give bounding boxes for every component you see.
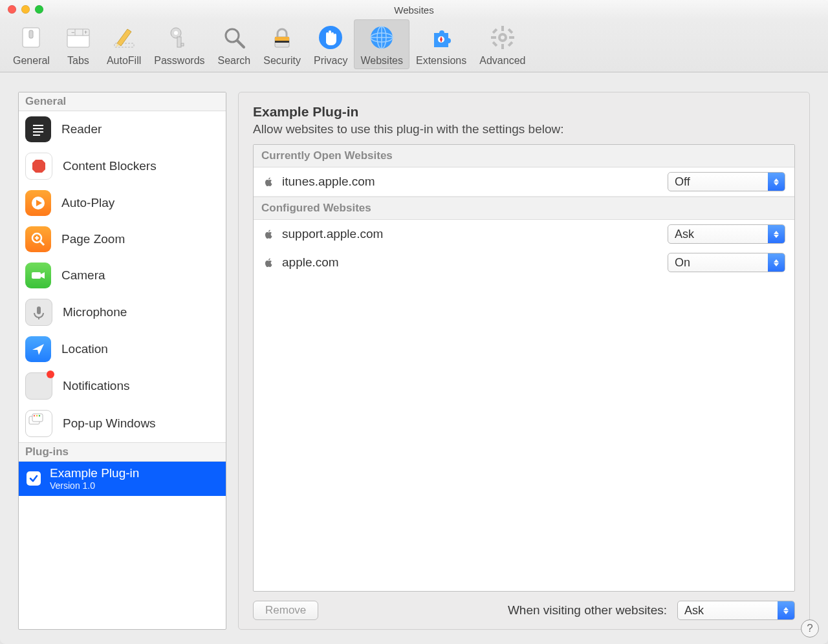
- website-permission-select[interactable]: Off: [668, 172, 785, 191]
- play-icon: [25, 190, 51, 216]
- website-row[interactable]: apple.com On: [254, 248, 794, 277]
- sidebar-item-popup-windows[interactable]: Pop-up Windows: [19, 405, 226, 442]
- stop-icon: [25, 153, 52, 180]
- svg-point-12: [174, 31, 178, 35]
- other-websites-select[interactable]: Ask: [677, 601, 795, 620]
- minimize-icon[interactable]: [21, 5, 30, 14]
- svg-point-37: [501, 36, 505, 39]
- remove-button[interactable]: Remove: [253, 601, 318, 620]
- svg-rect-35: [508, 28, 513, 34]
- sidebar-item-microphone[interactable]: Microphone: [19, 294, 226, 331]
- sidebar-header-plugins: Plug-ins: [19, 442, 226, 462]
- toolbar-label: General: [13, 55, 50, 67]
- detail-footer: Remove When visiting other websites: Ask: [253, 601, 795, 620]
- camera-icon: [25, 263, 51, 288]
- sidebar-item-label: Notifications: [63, 379, 130, 393]
- puzzle-icon: [426, 22, 457, 53]
- location-icon: [25, 336, 51, 362]
- sidebar-item-location[interactable]: Location: [19, 331, 226, 367]
- svg-rect-29: [501, 26, 504, 31]
- tab-security[interactable]: Security: [257, 19, 307, 69]
- reader-icon: [25, 116, 51, 142]
- preferences-toolbar: General −+ Tabs AutoFill Passwords Searc…: [0, 19, 828, 72]
- svg-rect-14: [181, 43, 184, 46]
- bell-icon: [25, 372, 52, 400]
- tab-extensions[interactable]: Extensions: [409, 19, 473, 69]
- switch-icon: [16, 22, 47, 53]
- toolbar-label: Privacy: [314, 55, 347, 67]
- sidebar-item-notifications[interactable]: Notifications: [19, 367, 226, 405]
- sidebar-item-label: Page Zoom: [61, 232, 125, 246]
- svg-rect-30: [501, 44, 504, 49]
- mic-icon: [25, 299, 52, 326]
- sidebar-item-camera[interactable]: Camera: [19, 257, 226, 294]
- plugin-name: Example Plug-in: [50, 467, 139, 480]
- close-icon[interactable]: [8, 5, 16, 14]
- pencil-icon: [109, 22, 140, 53]
- svg-rect-19: [275, 41, 289, 43]
- select-value: Ask: [668, 228, 768, 241]
- tab-search[interactable]: Search: [212, 19, 257, 69]
- detail-panel: Example Plug-in Allow websites to use th…: [238, 92, 810, 630]
- zoom-icon: [25, 226, 51, 252]
- tab-advanced[interactable]: Advanced: [473, 19, 532, 69]
- sidebar-item-content-blockers[interactable]: Content Blockers: [19, 147, 226, 185]
- lock-icon: [267, 22, 298, 53]
- preferences-window: Websites General −+ Tabs AutoFill Pa: [0, 0, 828, 644]
- tab-websites[interactable]: Websites: [354, 19, 409, 69]
- svg-marker-53: [32, 344, 44, 355]
- plugin-enabled-checkbox[interactable]: [27, 471, 41, 486]
- select-value: Ask: [678, 604, 778, 617]
- site-favicon-icon: [263, 228, 274, 240]
- svg-point-58: [39, 415, 40, 416]
- sidebar-item-page-zoom[interactable]: Page Zoom: [19, 221, 226, 257]
- tab-passwords[interactable]: Passwords: [147, 19, 211, 69]
- popup-icon: [25, 410, 52, 437]
- tab-general[interactable]: General: [6, 19, 56, 69]
- sidebar-item-label: Camera: [61, 268, 105, 283]
- sidebar-item-label: Microphone: [63, 305, 127, 319]
- websites-list: Currently Open Websites itunes.apple.com…: [253, 144, 795, 592]
- tab-privacy[interactable]: Privacy: [307, 19, 354, 69]
- toolbar-label: Tabs: [67, 55, 89, 67]
- svg-rect-2: [67, 34, 89, 47]
- site-favicon-icon: [263, 176, 274, 188]
- svg-rect-51: [37, 306, 41, 314]
- sidebar-item-example-plugin[interactable]: Example Plug-in Version 1.0: [19, 462, 226, 496]
- svg-line-46: [40, 241, 44, 245]
- plugin-text: Example Plug-in Version 1.0: [50, 467, 139, 491]
- svg-text:−: −: [71, 29, 74, 36]
- tab-tabs[interactable]: −+ Tabs: [56, 19, 100, 69]
- website-row[interactable]: support.apple.com Ask: [254, 220, 794, 248]
- globe-icon: [366, 22, 397, 53]
- toolbar-label: Passwords: [154, 55, 204, 67]
- site-favicon-icon: [263, 257, 274, 268]
- gear-icon: [487, 22, 518, 53]
- plugin-version: Version 1.0: [50, 480, 139, 491]
- toolbar-label: Search: [218, 55, 251, 67]
- help-button[interactable]: ?: [801, 619, 819, 638]
- maximize-icon[interactable]: [35, 5, 43, 14]
- website-domain: support.apple.com: [282, 227, 660, 241]
- website-permission-select[interactable]: Ask: [668, 224, 785, 244]
- sidebar: General Reader Content Blockers Auto-Pla…: [18, 92, 226, 630]
- website-domain: itunes.apple.com: [282, 175, 660, 189]
- sidebar-item-label: Pop-up Windows: [63, 416, 156, 431]
- other-websites-label: When visiting other websites:: [508, 603, 667, 617]
- sidebar-item-reader[interactable]: Reader: [19, 111, 226, 147]
- window-title: Websites: [394, 5, 433, 16]
- sidebar-item-label: Auto-Play: [61, 196, 114, 210]
- sidebar-item-auto-play[interactable]: Auto-Play: [19, 185, 226, 221]
- toolbar-label: Security: [263, 55, 301, 67]
- svg-point-56: [34, 415, 35, 416]
- traffic-lights: [8, 5, 43, 14]
- tab-autofill[interactable]: AutoFill: [100, 19, 147, 69]
- sidebar-item-label: Location: [61, 342, 108, 356]
- website-permission-select[interactable]: On: [668, 253, 785, 272]
- website-row[interactable]: itunes.apple.com Off: [254, 167, 794, 197]
- select-stepper-icon: [768, 225, 785, 243]
- sidebar-item-label: Content Blockers: [63, 159, 157, 173]
- open-websites-header: Currently Open Websites: [254, 145, 794, 167]
- svg-rect-31: [491, 36, 496, 39]
- svg-marker-42: [32, 160, 45, 173]
